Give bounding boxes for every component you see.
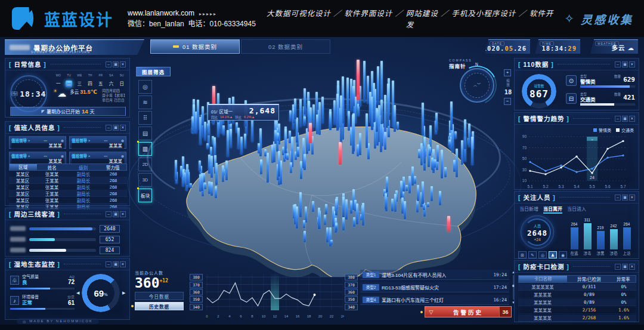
panel-close-icon[interactable]: ✕: [120, 211, 126, 217]
bar-value: 242: [607, 224, 620, 228]
close-circle-icon[interactable]: ⊗: [61, 138, 64, 143]
gauge-left-arrow[interactable]: ◀: [76, 291, 79, 295]
inspiration-collect[interactable]: ✧ 灵感收集: [564, 11, 633, 27]
map-bar: [427, 202, 429, 207]
tab-data-category-1[interactable]: 01 数据类别: [150, 39, 240, 54]
category-name: 警情类: [580, 78, 596, 85]
eye-icon[interactable]: ◉: [559, 251, 567, 258]
focus-tab-1[interactable]: 当日离开: [543, 205, 562, 214]
alert-type-badge: 类型1: [363, 272, 379, 278]
panel-window-icon[interactable]: ▣: [113, 61, 119, 67]
checkpoint-name: 某某某某: [518, 299, 567, 306]
checkpoint-name: 某某某某: [518, 291, 567, 298]
layer-building-icon-button[interactable]: ▤: [138, 127, 152, 140]
target-icon[interactable]: ◎: [538, 251, 547, 258]
alert-row[interactable]: 类型2RD13-53烟感报警疑似火灾17:24: [360, 282, 509, 292]
map-bar: [280, 161, 282, 184]
alert-row[interactable]: 类型1湿地3-104片区有不明人员闯入19:24: [360, 270, 509, 280]
layer-plate-button[interactable]: 板块: [138, 189, 152, 202]
focus-bar: [623, 227, 631, 249]
panel-minimize-icon[interactable]: –: [615, 195, 621, 201]
close-circle-icon[interactable]: ⊗: [121, 138, 124, 143]
map-bar: [199, 174, 202, 192]
y-axis-chip: 380: [345, 274, 358, 280]
notice-days: 14: [82, 108, 88, 115]
vehicle-icon[interactable]: ⊞: [518, 251, 527, 258]
panel-window-icon[interactable]: ▣: [622, 61, 628, 67]
panel-close-icon[interactable]: ✕: [120, 61, 126, 67]
layer-grid-icon-button[interactable]: ⠿: [138, 111, 152, 125]
panel-window-icon[interactable]: ▣: [622, 116, 628, 122]
svg-text:5.4: 5.4: [574, 184, 579, 189]
map-bar: [186, 164, 188, 185]
checkpoint-header: 卡口名称异常/已检测异常率: [518, 275, 636, 283]
compass-dial[interactable]: ︿﹀: [460, 68, 494, 103]
panel-window-icon[interactable]: ▣: [622, 195, 628, 201]
site-url[interactable]: www.lanlanwork.com: [128, 9, 194, 17]
alert-row[interactable]: 类型4某路口有小汽车连闯三个红灯16:24: [360, 295, 509, 305]
close-circle-icon[interactable]: ⊗: [61, 154, 64, 158]
checkpoint-rate: 0%: [611, 284, 636, 289]
designer-banner: 蓝蓝设计 www.lanlanwork.com▸▸▸▸▸ 微信：ben_lanl…: [0, 0, 644, 37]
panel-title: 湿地生态监控: [9, 260, 60, 269]
duty-leader-card[interactable]: 值班领导»⋯⊗某某某: [69, 152, 126, 164]
panel-title: 日常信息: [9, 60, 47, 69]
map-bar: [180, 166, 182, 178]
panel-close-icon[interactable]: ✕: [120, 125, 126, 131]
panel-minimize-icon[interactable]: –: [615, 61, 621, 67]
panel-close-icon[interactable]: ✕: [120, 261, 126, 267]
duty-leader-card[interactable]: 值班领导»⋯⊗某某某: [69, 136, 126, 149]
map-bar: [222, 169, 225, 175]
panel-window-icon[interactable]: ▣: [622, 264, 628, 270]
more-icon[interactable]: ⋯: [104, 154, 107, 158]
collect-label: 灵感收集: [581, 11, 633, 27]
map-bar: [429, 125, 432, 153]
person-icon[interactable]: ♟: [549, 251, 557, 258]
panel-minimize-icon[interactable]: –: [106, 61, 112, 67]
today-data-button[interactable]: 今日数据: [135, 292, 184, 300]
checkpoint-row: 某某某某某0/3110%: [518, 283, 636, 291]
close-circle-icon[interactable]: ⊗: [121, 154, 124, 158]
more-icon[interactable]: ⋯: [104, 138, 107, 143]
zoom-in-button[interactable]: +: [504, 69, 511, 76]
layer-2d-button[interactable]: 2D: [138, 158, 152, 171]
map-bar: [352, 189, 355, 210]
pen-icon[interactable]: ✎: [528, 251, 537, 258]
panel-close-icon[interactable]: ✕: [629, 264, 635, 270]
layer-chart-icon-button[interactable]: ▥: [138, 142, 152, 156]
duty-name: 某某某: [11, 143, 64, 149]
panel-minimize-icon[interactable]: –: [615, 264, 621, 270]
panel-close-icon[interactable]: ✕: [629, 116, 635, 122]
date-box: DATE2020.05.26: [485, 39, 530, 54]
layer-camera-icon-button[interactable]: ◎: [138, 80, 152, 94]
map-bar: [228, 110, 230, 140]
panel-minimize-icon[interactable]: –: [106, 125, 112, 131]
panel-close-icon[interactable]: ✕: [629, 61, 635, 67]
map-bar: [392, 81, 394, 127]
panel-window-icon[interactable]: ▣: [113, 211, 119, 217]
table-row: 某某区王某某副局长268: [9, 177, 127, 184]
gauge-right-arrow[interactable]: ▶: [122, 291, 125, 295]
panel-window-icon[interactable]: ▣: [113, 125, 119, 131]
duty-leader-card[interactable]: 值班领导»⋯⊗某某某: [9, 152, 66, 164]
alert-text: 湿地3-104片区有不明人员闯入: [382, 272, 446, 278]
more-icon[interactable]: ⋯: [44, 154, 47, 158]
history-data-button[interactable]: 历史数据: [135, 302, 184, 310]
layer-3d-button[interactable]: 3D: [138, 173, 152, 187]
checkpoint-row: 某某某某2/1561.6%: [518, 307, 636, 314]
panel-minimize-icon[interactable]: –: [615, 116, 621, 122]
tab-data-category-2[interactable]: 02 数据类别: [241, 39, 330, 54]
layer-signal-icon-button[interactable]: ≋: [138, 95, 152, 109]
map-bar: [353, 217, 355, 227]
focus-tab-0[interactable]: 当日新增: [519, 205, 538, 214]
more-icon[interactable]: ⋯: [44, 138, 47, 143]
alert-count-badge: 36: [499, 307, 511, 317]
panel-close-icon[interactable]: ✕: [629, 195, 635, 201]
checkpoint-count: 0/311: [567, 284, 611, 289]
panel-minimize-icon[interactable]: –: [106, 211, 112, 217]
panel-window-icon[interactable]: ▣: [113, 261, 119, 267]
duty-leader-card[interactable]: 值班领导»⋯⊗某某某: [9, 136, 66, 149]
alert-history-button[interactable]: ▽ 告警历史 36: [425, 306, 512, 317]
panel-minimize-icon[interactable]: –: [106, 261, 112, 267]
zoom-out-button[interactable]: −: [504, 98, 511, 105]
